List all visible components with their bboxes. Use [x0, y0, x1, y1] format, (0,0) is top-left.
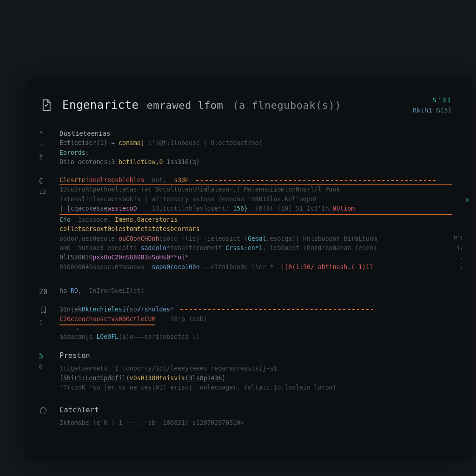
- code-line[interactable]: 010000045ssoscu0tmsuovs. sopo0coco100n-.…: [60, 263, 452, 272]
- section-return: 20 ho RO, InIrorDweLI(ct): [39, 286, 452, 297]
- line-marker: [39, 141, 60, 152]
- gutter-number: 20: [39, 286, 60, 297]
- section-catchers: Catchlert Iktomsbe (e'0 ) 1 ---. -sb- 18…: [39, 405, 452, 428]
- code-line[interactable]: | [cqacokessewsstecoD 13itcottlohfevlose…: [60, 204, 452, 215]
- tag-icon[interactable]: [39, 408, 47, 416]
- gutter-letter[interactable]: C: [39, 177, 43, 185]
- section-main-block: C 12 Clesrteideelreosblebles not, s3de 1…: [39, 176, 452, 278]
- gutter-number: 0: [39, 363, 60, 371]
- code-line[interactable]: 1Dco3roRCpethoelteCas (at DocoltotentRim…: [60, 185, 452, 194]
- code-line[interactable]: ho RO, InIrorDweLI(ct): [60, 286, 452, 296]
- code-line[interactable]: 5: [60, 325, 452, 333]
- gutter-number: 12: [39, 188, 60, 196]
- editor-window: 0"1 {, , ; Engenaricte emrawed lfom (a f…: [25, 79, 471, 460]
- section-heading: Catchlert: [60, 405, 452, 416]
- code-line[interactable]: [5hir1:LentSpdofil(v0sH138Htoisvis(3ls8p…: [60, 374, 452, 383]
- right-gutter-marks: 0"1 {, , ;: [454, 233, 463, 272]
- status-badge: S'31: [413, 95, 452, 105]
- code-line[interactable]: Iktomsbe (e'0 ) 1 ---. -sb- 186831! s120…: [60, 418, 452, 428]
- code-line[interactable]: om0 hutooe3 edecolti sadcolo*tohaiteroem…: [60, 244, 452, 253]
- code-line[interactable]: colletsersoxt0olestomtetatetesbeornars: [60, 225, 452, 234]
- gutter-number: 1: [39, 318, 60, 327]
- gutter-number: 5: [39, 352, 43, 360]
- section-declarations: ^ Ż Dustieteenias Eetleeiser(1) = consma…: [39, 129, 452, 167]
- code-line[interactable]: 'T(tonK *so |er.ss oe cest01) erisot—.oo…: [60, 383, 452, 392]
- header: Engenaricte emrawed lfom (a flneguboak(s…: [25, 95, 471, 126]
- header-status: S'31 Rkth1 G(5): [413, 95, 452, 116]
- page-title: Engenaricte emrawed lfom (a flneguboak(s…: [62, 99, 413, 112]
- section-heading: Preston: [60, 350, 452, 361]
- section-bookmark: 1 3IntekRktechielesi{so√rsholdes* C20cce…: [39, 305, 452, 342]
- code-line[interactable]: C20cceochsosctvs000ctleCUM I8'p (cob): [60, 315, 452, 325]
- fold-toggle[interactable]: ^ Ż: [39, 129, 60, 161]
- code-line[interactable]: Cfo 1sossooe. Imens,0acerstoris: [60, 215, 452, 225]
- code-line[interactable]: 3IntekRktechielesi{so√rsholdes*: [60, 305, 452, 314]
- minimap-marker: [466, 198, 469, 202]
- status-subtitle: Rkth1 G(5): [413, 105, 452, 115]
- code-line[interactable]: abaacan[s LOeOFL($)o———caricobiotcs ll: [60, 332, 452, 342]
- code-line[interactable]: inteaslinlsecuorsbokis ( atitecocry aste…: [60, 195, 452, 204]
- code-line[interactable]: Eetleeiser(1) = consma] i'(@t:1lobouse (…: [60, 139, 452, 148]
- section-preston: 5 0 Preston Itigetservets 'I tonporty/1o…: [39, 350, 452, 393]
- code-line[interactable]: oodor,ues0eoole ouCOonCHOnhcsolo -(is) -…: [60, 234, 452, 244]
- code-line[interactable]: Diio ocotones:3 betiletLow,0 1ss316(q): [60, 158, 452, 167]
- code-line[interactable]: Eorords;: [60, 148, 452, 158]
- code-line[interactable]: 0ltS300I0pxkOoC20nSG8083oSoHs0**oi*: [60, 253, 452, 262]
- section-label: Dustieteenias: [60, 129, 452, 139]
- code-line[interactable]: Itigetservets 'I tonporty/1o1/leeeyteees…: [60, 364, 452, 373]
- document-icon: [39, 98, 53, 112]
- code-line[interactable]: Clesrteideelreosblebles not, s3de: [60, 176, 452, 185]
- bookmark-icon[interactable]: [39, 308, 47, 316]
